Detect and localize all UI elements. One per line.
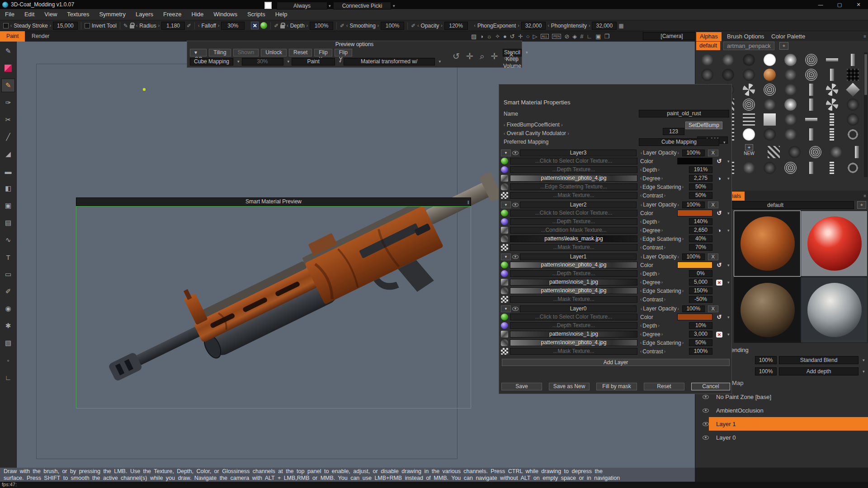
alpha-thumbnail[interactable]	[780, 97, 801, 112]
delete-layer-button[interactable]: X	[708, 305, 718, 312]
depth-mode-dropdown[interactable]: Add depth	[779, 367, 859, 375]
alpha-thumbnail[interactable]	[784, 145, 805, 160]
texture-slot[interactable]: patterns\noise_photo_4.jpg	[510, 287, 637, 294]
chevron-down-icon[interactable]: ▾	[727, 176, 730, 181]
texture-slot[interactable]: ...Click to Select Color Texture...	[510, 158, 637, 164]
alpha-thumbnail[interactable]	[821, 160, 842, 175]
chevron-down-icon[interactable]: ▾	[288, 59, 290, 64]
alpha-thumbnail[interactable]	[780, 82, 801, 97]
property-value[interactable]: 3,000	[689, 331, 712, 338]
texture-slot[interactable]: ...Mask Texture...	[510, 348, 637, 355]
color-swatch[interactable]	[677, 314, 712, 320]
pages-tool[interactable]: ▤	[1, 216, 15, 230]
invert-tool-checkbox[interactable]	[85, 23, 90, 28]
alpha-thumbnail[interactable]	[842, 112, 863, 127]
smoothing-value[interactable]: 100%	[381, 22, 404, 30]
texture-slot[interactable]: ...Edge Scattering Texture...	[510, 183, 637, 190]
frame-tool[interactable]: ▣	[1, 199, 15, 212]
alpha-thumbnail[interactable]	[801, 97, 821, 112]
dropper-tool[interactable]: ◦	[1, 353, 15, 367]
alpha-thumbnail[interactable]	[821, 127, 842, 142]
rect-tool[interactable]: ▭	[1, 267, 15, 281]
pen-tool[interactable]: ✑	[1, 96, 15, 109]
add-pack-button[interactable]: +	[779, 42, 788, 50]
material-steel[interactable]	[801, 277, 868, 343]
new-alpha-button[interactable]: + NEW	[742, 144, 756, 156]
alpha-thumbnail[interactable]	[801, 160, 821, 175]
chevron-down-icon[interactable]: ▾	[393, 4, 395, 8]
texture-slot[interactable]: ...Condition Mask Texture...	[510, 227, 637, 234]
material-bronze[interactable]	[734, 277, 801, 343]
texture-slot[interactable]: patterns\noise_photo_4.jpg	[510, 262, 637, 268]
moon-icon[interactable]: ◑	[717, 227, 721, 234]
chevron-down-icon[interactable]: ▾	[727, 332, 730, 337]
mapping-dropdown[interactable]: Cube Mapping	[190, 58, 233, 66]
alpha-thumbnail[interactable]	[842, 97, 863, 112]
property-value[interactable]: 100%	[689, 348, 712, 355]
menu-hide[interactable]: Hide	[186, 9, 208, 20]
material-name-field[interactable]: paint_old_rust	[639, 110, 729, 117]
delete-layer-button[interactable]: X	[708, 150, 718, 156]
move-icon[interactable]: ✛	[466, 51, 473, 61]
pencil-tool[interactable]: ✎	[1, 44, 15, 58]
alpha-thumbnail[interactable]	[801, 67, 821, 82]
pan-icon[interactable]: ✛	[491, 51, 498, 61]
alpha-thumbnail[interactable]	[759, 52, 780, 67]
alpha-thumbnail[interactable]	[738, 127, 759, 142]
pack-tab-default[interactable]: default	[696, 42, 720, 50]
phong-exponent-value[interactable]: 32,000	[521, 22, 546, 30]
grid-icon[interactable]: #	[580, 33, 583, 40]
cancel-button[interactable]: Cancel	[691, 383, 730, 390]
trowel-tool[interactable]: ◢	[1, 147, 15, 161]
alpha-thumbnail[interactable]	[697, 67, 717, 82]
chevron-down-icon[interactable]: ▾	[237, 59, 240, 64]
blend-opacity-value[interactable]: 100%	[755, 356, 777, 364]
alpha-thumbnail[interactable]	[805, 145, 826, 160]
alpha-thumbnail[interactable]	[738, 97, 759, 112]
chevron-down-icon[interactable]: ▾	[727, 159, 730, 164]
sphere-preview-icon[interactable]	[260, 22, 267, 29]
delete-layer-button[interactable]: X	[708, 253, 718, 260]
menu-layers[interactable]: Layers	[131, 9, 158, 20]
save-as-new-button[interactable]: Save as New	[549, 383, 590, 390]
texture-slot[interactable]: ...Click to Select Color Texture...	[510, 314, 637, 320]
property-value[interactable]: 50%	[689, 192, 712, 199]
tab-brush-options[interactable]: Brush Options	[723, 32, 768, 41]
alpha-thumbnail[interactable]	[842, 67, 863, 82]
texture-slot[interactable]: ...Mask Texture...	[510, 192, 637, 199]
chevron-down-icon[interactable]: ▾	[727, 280, 730, 285]
layer-opacity-value[interactable]: 100%	[682, 253, 705, 260]
cut-tool[interactable]: ✂	[1, 113, 15, 127]
layer-name-field[interactable]: Layer0	[520, 305, 637, 312]
texture-slot[interactable]: patterns\noise_1.jpg	[510, 279, 637, 286]
material-preview-titlebar[interactable]: Smart Material Preview ‖	[76, 197, 471, 206]
sparkle-pen-icon[interactable]: ✧	[495, 33, 500, 40]
layer-name-field[interactable]: Layer2	[520, 202, 637, 208]
pin-icon[interactable]: ‖	[467, 199, 469, 206]
eye-icon[interactable]	[703, 422, 709, 426]
collapse-icon[interactable]: ▼	[501, 202, 511, 208]
pose-tool[interactable]: ∿	[1, 233, 15, 247]
chevron-down-icon[interactable]: ▾	[863, 358, 865, 362]
layer-row-ambientocclusion[interactable]: AmbientOcclusion	[695, 404, 868, 417]
alpha-thumbnail[interactable]	[821, 52, 842, 67]
property-value[interactable]: 70%	[689, 244, 712, 251]
layer-opacity-value[interactable]: 100%	[682, 305, 705, 312]
set-def-bump-button[interactable]: SetDefBump	[685, 122, 722, 129]
tab-paint[interactable]: Paint	[0, 31, 25, 42]
property-value[interactable]: 0%	[689, 270, 712, 277]
pack-tab-artman[interactable]: artman_penpack	[723, 42, 774, 50]
alpha-thumbnail[interactable]	[738, 67, 759, 82]
preferred-mapping-dropdown[interactable]: Cube Mapping	[639, 138, 719, 146]
moon-icon[interactable]: ◑	[717, 175, 721, 182]
pen-curve-icon[interactable]: ✐	[340, 23, 344, 29]
add-material-folder-button[interactable]: +	[857, 201, 866, 209]
eye-icon[interactable]	[512, 203, 519, 207]
texture-slot[interactable]: patterns\noise_photo_4.jpg	[510, 339, 637, 346]
radius-value[interactable]: 1,180	[161, 22, 185, 30]
reset-button[interactable]: Reset	[644, 383, 684, 390]
chevron-down-icon[interactable]: ▾	[727, 211, 730, 216]
chevron-down-icon[interactable]: ▾	[727, 263, 730, 267]
alpha-thumbnail[interactable]	[780, 160, 801, 175]
undo-icon[interactable]: ↺	[717, 158, 722, 164]
